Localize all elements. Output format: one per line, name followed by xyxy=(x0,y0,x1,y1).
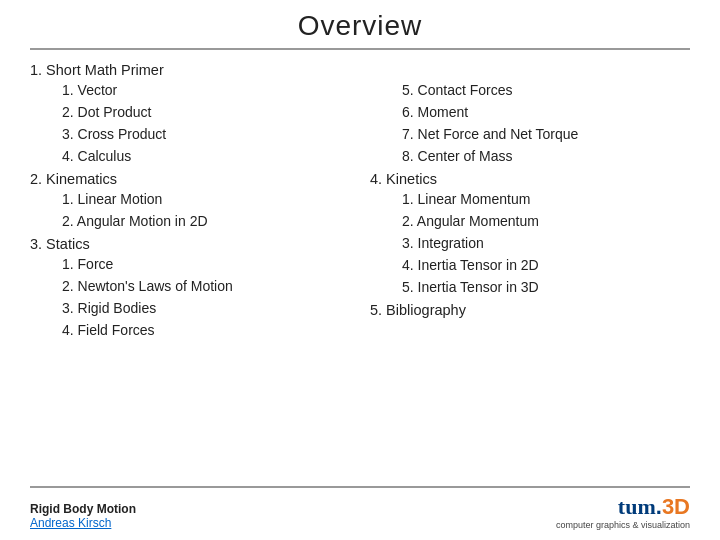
list-item: 3. Rigid Bodies xyxy=(30,298,350,319)
left-column: 1. Short Math Primer 1. Vector 2. Dot Pr… xyxy=(30,58,360,482)
list-item: 1. Vector xyxy=(30,80,350,101)
list-item: 1. Force xyxy=(30,254,350,275)
list-item: 4. Inertia Tensor in 2D xyxy=(370,255,690,276)
title-section: Overview xyxy=(30,10,690,50)
section-short-math-primer: 1. Short Math Primer 1. Vector 2. Dot Pr… xyxy=(30,62,350,167)
section-label: 3. Statics xyxy=(30,236,350,252)
list-item: 4. Calculus xyxy=(30,146,350,167)
section-short-math-primer-cont: 5. Contact Forces 6. Moment 7. Net Force… xyxy=(370,62,690,167)
list-item: 2. Newton's Laws of Motion xyxy=(30,276,350,297)
section-statics: 3. Statics 1. Force 2. Newton's Laws of … xyxy=(30,236,350,341)
list-item: 2. Angular Momentum xyxy=(370,211,690,232)
list-item: 5. Contact Forces xyxy=(370,80,690,101)
list-item: 5. Inertia Tensor in 3D xyxy=(370,277,690,298)
footer-tagline: computer graphics & visualization xyxy=(556,520,690,530)
logo-row: tum.3D xyxy=(618,494,690,520)
footer-title: Rigid Body Motion xyxy=(30,502,136,516)
section-bibliography: 5. Bibliography xyxy=(370,302,690,318)
right-column: 5. Contact Forces 6. Moment 7. Net Force… xyxy=(360,58,690,482)
list-item: 3. Integration xyxy=(370,233,690,254)
page: Overview 1. Short Math Primer 1. Vector … xyxy=(0,0,720,540)
section-kinetics: 4. Kinetics 1. Linear Momentum 2. Angula… xyxy=(370,171,690,298)
section-label: 5. Bibliography xyxy=(370,302,690,318)
list-item: 4. Field Forces xyxy=(30,320,350,341)
footer: Rigid Body Motion Andreas Kirsch tum.3D … xyxy=(30,486,690,530)
list-item: 8. Center of Mass xyxy=(370,146,690,167)
section-kinematics: 2. Kinematics 1. Linear Motion 2. Angula… xyxy=(30,171,350,232)
content-area: 1. Short Math Primer 1. Vector 2. Dot Pr… xyxy=(30,58,690,482)
list-item: 3. Cross Product xyxy=(30,124,350,145)
list-item: 2. Angular Motion in 2D xyxy=(30,211,350,232)
list-item: 1. Linear Motion xyxy=(30,189,350,210)
list-item: 1. Linear Momentum xyxy=(370,189,690,210)
footer-left: Rigid Body Motion Andreas Kirsch xyxy=(30,502,136,530)
section-label: 2. Kinematics xyxy=(30,171,350,187)
page-title: Overview xyxy=(30,10,690,42)
tum-logo: tum.3D xyxy=(618,494,690,520)
list-item: 2. Dot Product xyxy=(30,102,350,123)
list-item: 6. Moment xyxy=(370,102,690,123)
section-label: 1. Short Math Primer xyxy=(30,62,350,78)
footer-link[interactable]: Andreas Kirsch xyxy=(30,516,136,530)
logo-block: tum.3D computer graphics & visualization xyxy=(556,494,690,530)
section-label: 4. Kinetics xyxy=(370,171,690,187)
list-item: 7. Net Force and Net Torque xyxy=(370,124,690,145)
